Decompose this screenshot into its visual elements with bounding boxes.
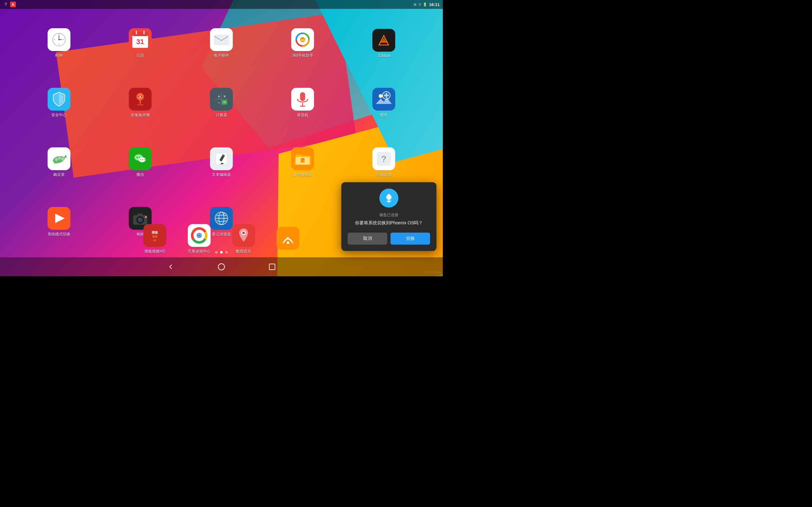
wandoujia-icon <box>48 147 70 170</box>
navigation-bar <box>0 257 443 276</box>
dialog-message: 你要将系统切换到Phoenix OS吗？ <box>348 220 430 226</box>
app-games-label: 酷我音乐 <box>236 249 251 254</box>
app-games[interactable]: 酷我音乐 <box>223 222 264 257</box>
recorder-icon <box>291 88 314 111</box>
svg-point-107 <box>218 264 224 270</box>
svg-rect-108 <box>269 264 275 270</box>
svg-point-53 <box>55 158 58 161</box>
app-email[interactable]: 电子邮件 <box>207 26 235 61</box>
app-wandoujia[interactable]: 豌豆荚 <box>45 145 73 180</box>
question-icon: ? <box>3 2 8 7</box>
app-sohu-label: 搜狐视频HD <box>144 249 165 254</box>
wifi-icon: ▽ <box>418 3 421 7</box>
security-icon <box>48 88 70 111</box>
svg-point-105 <box>287 241 289 244</box>
svg-text:K: K <box>287 236 290 241</box>
app-antutu-label: 安兔兔评测 <box>131 112 150 118</box>
texteditor-icon <box>210 147 233 170</box>
app-chrome[interactable]: 艺果游戏中心 <box>179 222 220 257</box>
status-bar: ? A ⊖ ▽ 🔋 16:11 <box>0 0 443 9</box>
time-display: 16:11 <box>429 2 440 7</box>
dialog-confirm-button[interactable]: 切换 <box>391 233 430 245</box>
app-filemanager[interactable]: 文件管理器 <box>289 145 316 180</box>
app-wechat[interactable]: 微信 <box>126 145 154 180</box>
dot-2[interactable] <box>220 251 223 253</box>
status-right-icons: ⊖ ▽ 🔋 16:11 <box>414 2 440 7</box>
360-icon: 360 <box>291 28 314 51</box>
dialog-title: 键盘已连接 <box>348 212 430 218</box>
clock-icon: 12 <box>48 28 70 51</box>
dot-3[interactable] <box>225 251 228 253</box>
svg-point-82 <box>139 219 140 220</box>
svg-point-54 <box>58 157 61 160</box>
svg-point-62 <box>142 159 143 160</box>
app-security-label: 安全中心 <box>51 112 67 118</box>
sohu-icon: 搜狐 视频 HD <box>143 224 166 247</box>
app-feedback-label: 问题反馈 <box>376 172 392 177</box>
page-dots <box>215 251 228 253</box>
svg-point-32 <box>138 96 140 97</box>
svg-point-103 <box>242 232 245 234</box>
dialog-cancel-button[interactable]: 取消 <box>348 233 387 245</box>
svg-point-100 <box>198 234 200 237</box>
gallery-icon <box>372 88 395 111</box>
app-wandoujia-label: 豌豆荚 <box>53 172 65 177</box>
svg-text:360: 360 <box>301 39 305 41</box>
svg-point-9 <box>58 39 60 40</box>
games-icon <box>232 224 255 247</box>
svg-point-58 <box>136 157 138 158</box>
svg-point-47 <box>379 94 383 98</box>
app-clock[interactable]: 12 时钟 <box>45 26 73 61</box>
3dmark-icon <box>372 29 395 52</box>
recents-button[interactable] <box>266 261 278 273</box>
app-texteditor[interactable]: 文本编辑器 <box>207 145 235 180</box>
wechat-icon <box>129 147 152 170</box>
app-feedback[interactable]: ? 问题反馈 <box>370 145 398 180</box>
feedback-icon: ? <box>372 147 395 170</box>
app-3dmark[interactable]: 3DMark <box>370 26 398 60</box>
svg-point-55 <box>61 157 64 160</box>
svg-text:×: × <box>223 94 226 99</box>
app-3dmark-label: 3DMark <box>377 54 391 58</box>
system-dialog: 键盘已连接 你要将系统切换到Phoenix OS吗？ 取消 切换 <box>341 182 437 251</box>
app-recorder-label: 录音机 <box>297 112 308 118</box>
app-360-label: 360手机助手 <box>292 53 313 58</box>
app-clock-label: 时钟 <box>55 53 63 58</box>
svg-text:HD: HD <box>153 239 156 241</box>
svg-text:?: ? <box>381 154 387 164</box>
app-calendar[interactable]: 31 日历 <box>126 26 154 61</box>
svg-text:视频: 视频 <box>152 235 157 238</box>
back-button[interactable] <box>164 261 177 273</box>
app-gallery[interactable]: 图库 <box>370 85 398 120</box>
svg-rect-20 <box>214 35 229 45</box>
svg-rect-70 <box>301 158 305 163</box>
svg-rect-84 <box>138 214 143 216</box>
svg-rect-15 <box>132 32 148 36</box>
svg-point-63 <box>144 159 145 160</box>
app-antutu[interactable]: 安兔兔评测 <box>126 85 154 120</box>
dot-1[interactable] <box>215 251 217 253</box>
app-calculator[interactable]: + × − = 计算器 <box>207 85 235 120</box>
app-calendar-label: 日历 <box>136 53 144 58</box>
app-360[interactable]: 360 360手机助手 <box>289 26 316 61</box>
dialog-app-icon <box>379 188 398 208</box>
app-sohu[interactable]: 搜狐 视频 HD 搜狐视频HD <box>134 222 175 257</box>
battery-icon: 🔋 <box>423 3 427 7</box>
svg-point-61 <box>140 159 141 160</box>
status-left-icons: ? A <box>3 2 16 7</box>
a-icon: A <box>10 2 16 7</box>
app-recorder[interactable]: 录音机 <box>289 85 316 120</box>
app-kuwo[interactable]: K <box>267 224 309 254</box>
home-button[interactable] <box>215 261 228 273</box>
calendar-icon: 31 <box>129 28 152 51</box>
app-gallery-label: 图库 <box>380 112 388 118</box>
signal-icon: ⊖ <box>414 3 416 7</box>
dialog-buttons: 取消 切换 <box>348 233 430 245</box>
svg-text:31: 31 <box>136 38 144 46</box>
app-security[interactable]: 安全中心 <box>45 85 73 120</box>
app-filemanager-label: 文件管理器 <box>293 172 312 177</box>
calculator-icon: + × − = <box>210 88 233 111</box>
app-texteditor-label: 文本编辑器 <box>212 172 231 177</box>
svg-text:−: − <box>217 100 220 105</box>
svg-point-33 <box>141 96 142 97</box>
